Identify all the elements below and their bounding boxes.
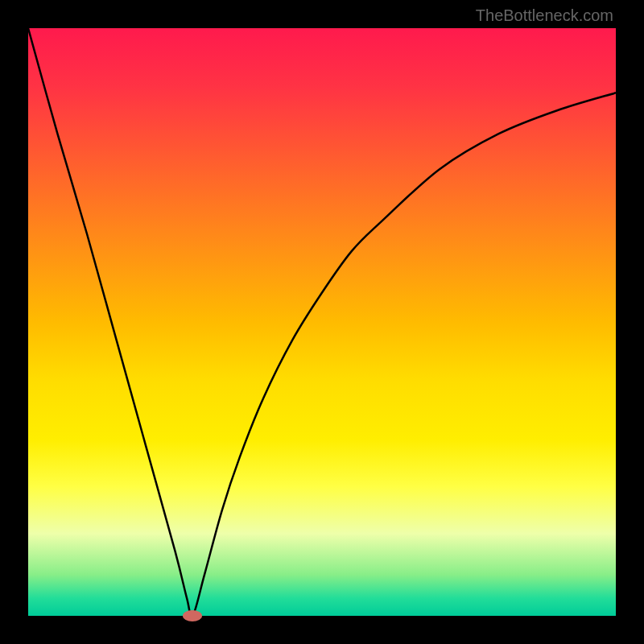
curve-svg: [28, 28, 616, 616]
plot-area: [28, 28, 616, 616]
watermark-text: TheBottleneck.com: [476, 6, 613, 25]
optimal-marker: [183, 610, 202, 621]
chart-container: TheBottleneck.com: [0, 0, 644, 644]
bottleneck-curve: [28, 28, 616, 616]
